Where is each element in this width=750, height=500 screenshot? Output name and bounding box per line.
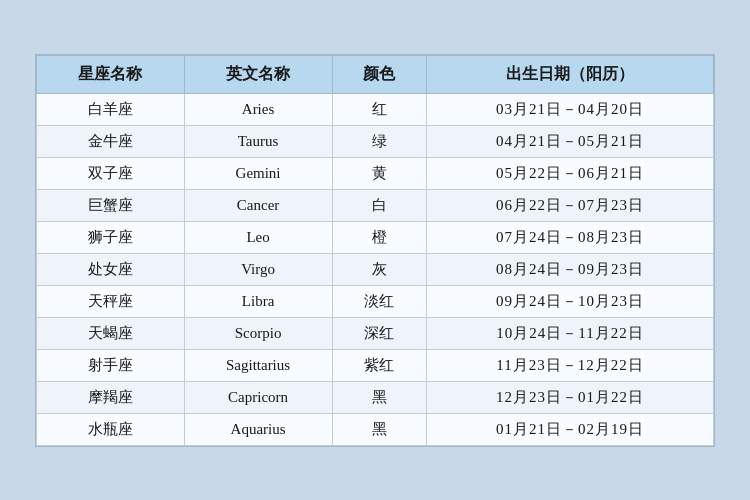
table-body: 白羊座Aries红03月21日－04月20日金牛座Taurus绿04月21日－0… (37, 93, 714, 445)
zodiac-table: 星座名称 英文名称 颜色 出生日期（阳历） 白羊座Aries红03月21日－04… (36, 55, 714, 446)
cell-english-name: Scorpio (184, 317, 332, 349)
cell-chinese-name: 天蝎座 (37, 317, 185, 349)
cell-color: 黄 (332, 157, 427, 189)
cell-chinese-name: 巨蟹座 (37, 189, 185, 221)
cell-color: 深红 (332, 317, 427, 349)
cell-chinese-name: 射手座 (37, 349, 185, 381)
cell-chinese-name: 水瓶座 (37, 413, 185, 445)
table-row: 处女座Virgo灰08月24日－09月23日 (37, 253, 714, 285)
table-row: 天蝎座Scorpio深红10月24日－11月22日 (37, 317, 714, 349)
cell-color: 绿 (332, 125, 427, 157)
cell-color: 红 (332, 93, 427, 125)
cell-color: 灰 (332, 253, 427, 285)
cell-color: 淡红 (332, 285, 427, 317)
cell-dates: 05月22日－06月21日 (427, 157, 714, 189)
col-header-english: 英文名称 (184, 55, 332, 93)
cell-english-name: Leo (184, 221, 332, 253)
cell-english-name: Cancer (184, 189, 332, 221)
cell-color: 橙 (332, 221, 427, 253)
cell-dates: 07月24日－08月23日 (427, 221, 714, 253)
cell-color: 紫红 (332, 349, 427, 381)
cell-english-name: Gemini (184, 157, 332, 189)
cell-dates: 08月24日－09月23日 (427, 253, 714, 285)
col-header-chinese: 星座名称 (37, 55, 185, 93)
col-header-dates: 出生日期（阳历） (427, 55, 714, 93)
table-row: 射手座Sagittarius紫红11月23日－12月22日 (37, 349, 714, 381)
cell-dates: 09月24日－10月23日 (427, 285, 714, 317)
table-row: 双子座Gemini黄05月22日－06月21日 (37, 157, 714, 189)
cell-chinese-name: 双子座 (37, 157, 185, 189)
cell-color: 黑 (332, 381, 427, 413)
cell-dates: 06月22日－07月23日 (427, 189, 714, 221)
cell-chinese-name: 金牛座 (37, 125, 185, 157)
cell-dates: 12月23日－01月22日 (427, 381, 714, 413)
cell-chinese-name: 狮子座 (37, 221, 185, 253)
cell-dates: 03月21日－04月20日 (427, 93, 714, 125)
cell-english-name: Libra (184, 285, 332, 317)
cell-english-name: Taurus (184, 125, 332, 157)
table-header-row: 星座名称 英文名称 颜色 出生日期（阳历） (37, 55, 714, 93)
table-row: 摩羯座Capricorn黑12月23日－01月22日 (37, 381, 714, 413)
cell-english-name: Aries (184, 93, 332, 125)
table-row: 水瓶座Aquarius黑01月21日－02月19日 (37, 413, 714, 445)
cell-dates: 11月23日－12月22日 (427, 349, 714, 381)
table-row: 巨蟹座Cancer白06月22日－07月23日 (37, 189, 714, 221)
cell-chinese-name: 摩羯座 (37, 381, 185, 413)
table-row: 狮子座Leo橙07月24日－08月23日 (37, 221, 714, 253)
cell-english-name: Aquarius (184, 413, 332, 445)
cell-chinese-name: 处女座 (37, 253, 185, 285)
cell-dates: 01月21日－02月19日 (427, 413, 714, 445)
cell-english-name: Sagittarius (184, 349, 332, 381)
cell-chinese-name: 天秤座 (37, 285, 185, 317)
table-row: 白羊座Aries红03月21日－04月20日 (37, 93, 714, 125)
cell-dates: 04月21日－05月21日 (427, 125, 714, 157)
zodiac-table-container: 星座名称 英文名称 颜色 出生日期（阳历） 白羊座Aries红03月21日－04… (35, 54, 715, 447)
cell-english-name: Virgo (184, 253, 332, 285)
cell-english-name: Capricorn (184, 381, 332, 413)
table-row: 金牛座Taurus绿04月21日－05月21日 (37, 125, 714, 157)
cell-chinese-name: 白羊座 (37, 93, 185, 125)
col-header-color: 颜色 (332, 55, 427, 93)
cell-dates: 10月24日－11月22日 (427, 317, 714, 349)
cell-color: 白 (332, 189, 427, 221)
cell-color: 黑 (332, 413, 427, 445)
table-row: 天秤座Libra淡红09月24日－10月23日 (37, 285, 714, 317)
